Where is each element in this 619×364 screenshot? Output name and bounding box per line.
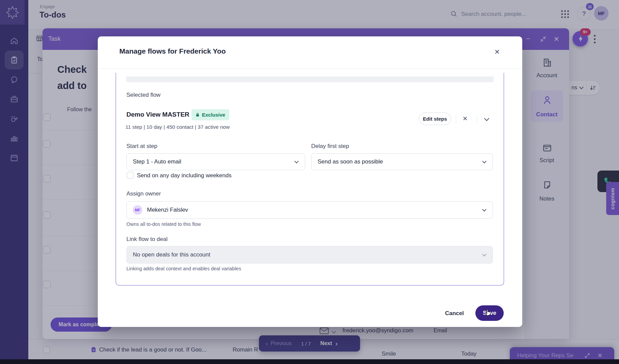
chevron-down-icon: [482, 207, 487, 212]
chevron-down-icon: [294, 159, 299, 163]
flow-stats: 11 step | 10 day | 450 contact | 37 acti…: [125, 124, 230, 130]
start-at-step-label: Start at step: [126, 143, 157, 150]
link-deal-value: No open deals for this account: [133, 251, 210, 258]
dialog-close-button[interactable]: ✕: [494, 48, 500, 56]
link-deal-label: Link flow to deal: [126, 236, 168, 243]
weekend-checkbox[interactable]: [127, 172, 134, 179]
exclusive-badge-label: Exclusive: [202, 112, 225, 118]
divider: [456, 115, 456, 123]
owner-name: Mekenzi Falslev: [147, 207, 188, 213]
delay-first-step-select[interactable]: Send as soon as possible: [311, 153, 493, 170]
cursor-pointer: [485, 309, 492, 316]
divider: [477, 115, 477, 123]
exclusive-badge: Exclusive: [191, 109, 229, 120]
delay-first-step-value: Send as soon as possible: [318, 158, 383, 165]
assign-owner-label: Assign owner: [126, 190, 161, 197]
screen: Engage To-dos Search account, people... …: [0, 0, 619, 364]
lock-icon: [196, 113, 200, 117]
owner-avatar: MF: [133, 205, 142, 215]
cancel-button[interactable]: Cancel: [445, 310, 464, 317]
link-deal-helper: Linking adds deal context and enables de…: [126, 266, 241, 271]
chevron-down-icon: [482, 252, 487, 256]
delay-first-step-label: Delay first step: [311, 143, 349, 150]
start-at-step-value: Step 1 - Auto email: [133, 158, 181, 165]
link-deal-select[interactable]: No open deals for this account: [126, 246, 493, 264]
chevron-down-icon: [482, 159, 487, 163]
flow-search-input[interactable]: [126, 77, 494, 82]
dialog-title: Manage flows for Frederick Yoo: [119, 47, 226, 55]
edit-steps-button[interactable]: Edit steps: [419, 113, 451, 125]
weekend-checkbox-label[interactable]: Send on any day including weekends: [137, 172, 232, 179]
assign-owner-helper: Owns all to-dos related to this flow: [126, 221, 201, 227]
owner-option: MF Mekenzi Falslev: [133, 205, 188, 215]
flow-name: Demo View MASTER: [126, 111, 189, 118]
selected-flow-label: Selected flow: [126, 92, 160, 98]
start-at-step-select[interactable]: Step 1 - Auto email: [126, 153, 305, 170]
remove-flow-button[interactable]: ✕: [463, 115, 468, 122]
manage-flows-dialog: Manage flows for Frederick Yoo ✕ Selecte…: [98, 36, 522, 327]
divider: [98, 68, 522, 69]
assign-owner-select[interactable]: MF Mekenzi Falslev: [126, 201, 493, 219]
